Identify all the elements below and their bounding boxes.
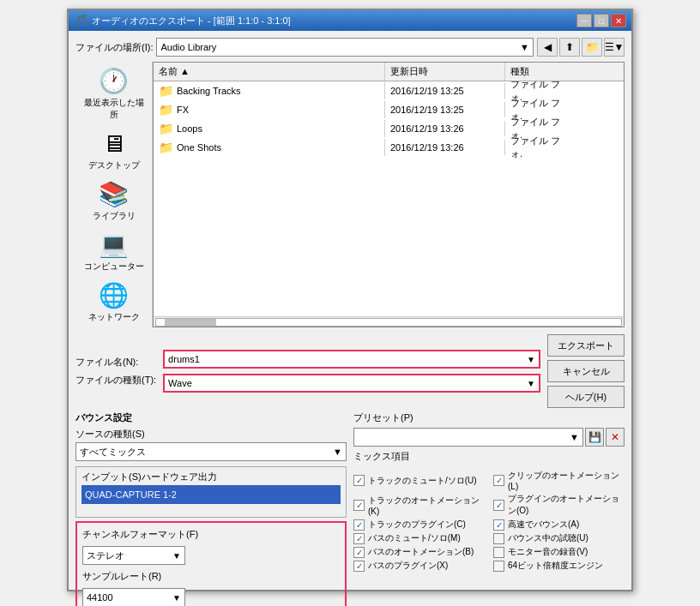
cancel-button[interactable]: キャンセル	[547, 360, 625, 382]
mix-item: 高速でバウンス(A)	[493, 519, 625, 531]
mix-item: プラグインのオートメーション(O)	[493, 493, 625, 517]
col-header-date[interactable]: 更新日時	[385, 63, 505, 81]
channel-format-combo[interactable]: ステレオ ▼	[82, 546, 185, 565]
mix-item-label-0: トラックのミュート/ソロ(U)	[368, 475, 477, 487]
mix-checkbox-11[interactable]	[493, 561, 504, 572]
sidebar-label-library: ライブラリ	[93, 210, 136, 222]
source-value: すべてミックス	[80, 446, 146, 459]
file-labels: ファイル名(N): ファイルの種類(T):	[75, 356, 156, 387]
close-button[interactable]: ✕	[611, 14, 626, 27]
sidebar-item-computer[interactable]: 💻 コンピューター	[80, 229, 148, 274]
mix-checkbox-4[interactable]	[353, 519, 365, 531]
nav-new-folder-button[interactable]: 📁	[582, 38, 602, 57]
mix-item-label-5: 高速でバウンス(A)	[508, 519, 579, 531]
desktop-icon: 🖥	[102, 129, 126, 158]
table-row[interactable]: 📁 One Shots 2016/12/19 13:26 ファイル フォ.	[154, 138, 624, 157]
sidebar-label-recent: 最近表示した場所	[81, 97, 147, 121]
sidebar-item-network[interactable]: 🌐 ネットワーク	[80, 279, 148, 325]
col-header-name[interactable]: 名前 ▲	[154, 63, 385, 81]
mix-checkbox-6[interactable]	[353, 533, 365, 544]
file-controls: ファイル名(N): ファイルの種類(T): drums1 ▼ Wave ▼ エク…	[75, 334, 625, 408]
source-combo[interactable]: すべてミックス ▼	[75, 442, 347, 461]
file-rows: 📁 Backing Tracks 2016/12/19 13:25 ファイル フ…	[154, 81, 624, 316]
mix-checkbox-10[interactable]	[353, 561, 365, 572]
mix-checkbox-2[interactable]	[353, 500, 365, 511]
main-area: 🕐 最近表示した場所 🖥 デスクトップ 📚 ライブラリ 💻 コンピューター 🌐	[75, 62, 625, 327]
folder-icon: 📁	[159, 84, 173, 98]
recent-icon: 🕐	[99, 67, 129, 95]
window-content: ファイルの場所(I): Audio Library ▼ ◀ ⬆ 📁 ☰▼ 🕐 最…	[69, 31, 631, 606]
location-value: Audio Library	[160, 42, 216, 52]
bounce-title: バウンス設定	[75, 411, 347, 424]
sidebar-label-computer: コンピューター	[84, 261, 144, 273]
nav-view-button[interactable]: ☰▼	[604, 38, 625, 57]
library-icon: 📚	[99, 180, 129, 208]
nav-up-button[interactable]: ⬆	[559, 38, 580, 57]
file-date-cell: 2016/12/19 13:26	[385, 121, 505, 136]
folder-icon: 📁	[159, 122, 173, 135]
mix-checkbox-7[interactable]	[493, 533, 504, 544]
preset-delete-button[interactable]: ✕	[606, 428, 625, 447]
location-combo[interactable]: Audio Library ▼	[156, 38, 534, 57]
samplerate-combo[interactable]: 44100 ▼	[82, 588, 185, 606]
mix-checkbox-9[interactable]	[493, 547, 504, 558]
mix-item-label-11: 64ビット倍精度エンジン	[508, 560, 603, 572]
file-name-text: Loops	[177, 123, 202, 134]
sidebar: 🕐 最近表示した場所 🖥 デスクトップ 📚 ライブラリ 💻 コンピューター 🌐	[75, 62, 153, 327]
export-button[interactable]: エクスポート	[547, 334, 625, 357]
sort-arrow-icon: ▲	[180, 66, 190, 76]
filetype-combo[interactable]: Wave ▼	[163, 374, 540, 393]
sidebar-item-recent[interactable]: 🕐 最近表示した場所	[80, 65, 148, 123]
mix-checkbox-0[interactable]	[353, 475, 365, 486]
mix-item: バスのオートメーション(B)	[353, 546, 485, 558]
preset-combo[interactable]: ▼	[353, 428, 583, 447]
samplerate-arrow-icon: ▼	[172, 593, 181, 603]
preset-save-button[interactable]: 💾	[585, 428, 604, 447]
mix-item-label-6: バスのミュート/ソロ(M)	[368, 532, 461, 544]
preset-label: プリセット(P)	[353, 411, 625, 424]
nav-back-button[interactable]: ◀	[537, 38, 558, 57]
channel-format-value: ステレオ	[87, 549, 124, 562]
sidebar-label-network: ネットワーク	[88, 311, 140, 323]
mix-item-label-10: バスのプラグイン(X)	[368, 560, 448, 572]
mix-item: モニター音の録音(V)	[493, 546, 625, 558]
col-header-type[interactable]: 種類	[505, 63, 574, 81]
mix-checkbox-3[interactable]	[493, 500, 504, 511]
mix-item-label-1: クリップのオートメーション(L)	[508, 470, 625, 491]
file-date-cell: 2016/12/19 13:25	[385, 102, 505, 117]
computer-icon: 💻	[99, 231, 129, 259]
samplerate-label: サンプルレート(R)	[82, 570, 340, 583]
filename-combo[interactable]: drums1 ▼	[163, 350, 540, 369]
filetype-value: Wave	[168, 378, 192, 388]
file-date-cell: 2016/12/19 13:26	[385, 140, 505, 155]
sidebar-item-desktop[interactable]: 🖥 デスクトップ	[80, 128, 148, 173]
file-type-cell: ファイル フォ.	[505, 132, 574, 163]
input-device[interactable]: QUAD-CAPTURE 1-2	[81, 485, 341, 504]
network-icon: 🌐	[99, 281, 129, 309]
hscroll-thumb[interactable]	[165, 319, 216, 326]
file-inputs: drums1 ▼ Wave ▼	[163, 350, 540, 393]
horizontal-scrollbar[interactable]	[154, 316, 624, 327]
location-bar: ファイルの場所(I): Audio Library ▼ ◀ ⬆ 📁 ☰▼	[75, 38, 625, 57]
folder-icon: 📁	[159, 103, 173, 117]
mix-item: 64ビット倍精度エンジン	[493, 560, 625, 572]
mix-item: バウンス中の試聴(U)	[493, 532, 625, 544]
title-bar-controls: ─ □ ✕	[576, 14, 626, 27]
maximize-button[interactable]: □	[594, 14, 609, 27]
mix-checkbox-5[interactable]	[493, 519, 504, 531]
hscroll-track[interactable]	[155, 318, 622, 327]
mix-item: トラックのプラグイン(C)	[353, 519, 485, 531]
sidebar-item-library[interactable]: 📚 ライブラリ	[80, 178, 148, 224]
mix-checkbox-8[interactable]	[353, 547, 365, 558]
mix-items: トラックのミュート/ソロ(U)クリップのオートメーション(L)トラックのオートメ…	[353, 470, 625, 572]
filename-value: drums1	[168, 354, 200, 364]
filetype-arrow-icon: ▼	[527, 379, 535, 388]
mix-item: バスのミュート/ソロ(M)	[353, 532, 485, 544]
help-button[interactable]: ヘルプ(H)	[547, 386, 625, 408]
minimize-button[interactable]: ─	[576, 14, 592, 27]
mix-item-label-4: トラックのプラグイン(C)	[368, 519, 466, 531]
input-title: インプット(S)ハードウェア出力	[81, 471, 341, 483]
channel-format-label: チャンネルフォーマット(F)	[82, 528, 340, 541]
title-bar-left: 🎵 オーディオのエクスポート - [範囲 1:1:0 - 3:1:0]	[74, 14, 291, 27]
mix-checkbox-1[interactable]	[493, 475, 504, 486]
